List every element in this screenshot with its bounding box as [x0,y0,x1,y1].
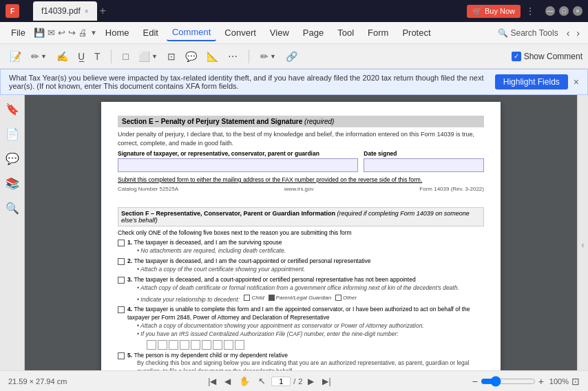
sidebar-bookmark-icon[interactable]: 🔖 [4,101,21,117]
form-ref: Form 14039 (Rev. 3-2022) [419,186,484,192]
bullet-3b: • Indicate your relationship to decedent… [137,293,484,304]
menu-edit[interactable]: Edit [138,25,164,41]
title-bar-right: 🛒 Buy Now ⋮ — □ × [467,5,582,18]
menu-tool[interactable]: Tool [332,25,359,41]
check-text-1: 1. The taxpayer is deceased, and I am th… [127,239,484,255]
buy-now-button[interactable]: 🛒 Buy Now [467,5,521,18]
caf-1[interactable] [147,340,156,350]
link-btn[interactable]: 🔗 [282,48,302,65]
sidebar-comment-icon[interactable]: 💬 [4,150,21,167]
info-bar-close-button[interactable]: × [574,76,579,87]
child-option[interactable]: Child [244,294,264,302]
rectangle-btn[interactable]: □ [118,48,132,65]
text-btn[interactable]: T [90,48,105,65]
more-tools-btn[interactable]: ⋯ [224,48,242,65]
other-option-3[interactable]: Other [335,294,357,302]
caf-2[interactable] [158,340,167,350]
prev-page-btn[interactable]: ◀ [222,375,233,388]
main-area: 🔖 📄 💬 📚 🔍 › Section E – Penalty of Perju… [0,95,588,391]
save-icon[interactable]: 💾 [34,28,45,38]
cart-icon: 🛒 [472,7,482,16]
child-checkbox[interactable] [244,295,250,301]
sidebar-layers-icon[interactable]: 📚 [4,175,21,191]
checkbox-3[interactable] [118,277,125,284]
dropdown-arrow3: ▼ [270,53,276,60]
email-icon[interactable]: ✉ [48,28,55,38]
first-page-btn[interactable]: |◀ [205,375,219,388]
dropdown-icon[interactable]: ▼ [90,29,97,36]
caf-9[interactable] [235,340,244,350]
right-expand-btn[interactable]: ‹ [582,240,585,250]
checkbox-1[interactable] [118,240,125,246]
menu-view[interactable]: View [264,25,295,41]
caf-8[interactable] [224,340,233,350]
menu-protect[interactable]: Protect [397,25,436,41]
fit-page-btn[interactable]: ⊡ [571,376,580,387]
caf-6[interactable] [202,340,211,350]
check-text-2: 2. The taxpayer is deceased, and I am th… [127,257,484,274]
checkbox-2[interactable] [118,258,125,265]
bullet-4a: • Attach a copy of documentation showing… [137,322,484,330]
signature-field-container: Signature of taxpayer, or representative… [118,150,358,172]
zoom-in-btn[interactable]: + [538,376,544,387]
separator-2 [249,50,249,63]
highlight-fields-button[interactable]: Highlight Fields [495,74,568,89]
signature-btn[interactable]: ✍ [52,48,72,65]
show-comment-button[interactable]: ✓ Show Comment [512,52,582,61]
last-page-btn[interactable]: ▶| [319,375,333,388]
close-button[interactable]: × [573,6,582,16]
measure-btn[interactable]: 📐 [202,48,222,65]
zoom-out-btn[interactable]: − [472,376,477,387]
highlight-btn[interactable]: ✏▼ [27,48,51,65]
page-number-input[interactable] [271,377,291,386]
dropdown-arrow: ▼ [41,53,47,60]
print-icon[interactable]: 🖨 [78,28,87,38]
menu-home[interactable]: Home [100,25,135,41]
tab-close-btn[interactable]: × [85,8,89,15]
undo-icon[interactable]: ↩ [58,28,65,38]
signature-field[interactable] [118,158,358,172]
back-button[interactable]: ‹ [564,26,573,40]
new-tab-btn[interactable]: + [100,5,106,17]
caf-7[interactable] [213,340,222,350]
checkbox-5[interactable] [118,352,125,359]
bullet-3a: • Attach copy of death certificate or fo… [137,284,484,293]
caf-3[interactable] [169,340,178,350]
minimize-button[interactable]: — [545,6,555,16]
parent-checkbox-3[interactable] [269,295,275,301]
spacer [118,192,484,202]
sidebar-search-icon[interactable]: 🔍 [4,200,21,216]
menu-form[interactable]: Form [362,25,394,41]
maximize-button[interactable]: □ [559,6,569,16]
edit-btn[interactable]: ✏▼ [256,48,280,65]
caf-4[interactable] [180,340,189,350]
tab-filename: f14039.pdf [41,6,81,16]
pdf-tab[interactable]: f14039.pdf × [33,1,97,21]
underline-btn[interactable]: U̲ [74,48,89,65]
menu-convert[interactable]: Convert [219,25,262,41]
text-icon: T [94,51,101,62]
redo-icon[interactable]: ↪ [68,28,76,38]
dropdown-arrow2: ▼ [151,53,158,60]
stamp-btn[interactable]: ⬜▼ [134,48,162,65]
checkbox-4[interactable] [118,306,125,313]
callout-btn[interactable]: 💬 [181,48,201,65]
sidebar-thumbnail-icon[interactable]: 📄 [4,125,21,142]
select-tool-icon[interactable]: ↖ [258,376,266,386]
textbox-btn[interactable]: ⊡ [163,48,180,65]
hand-tool-icon[interactable]: ✋ [239,376,250,386]
menu-comment[interactable]: Comment [167,24,216,41]
zoom-slider[interactable] [481,376,536,387]
menu-page[interactable]: Page [297,25,329,41]
caf-5[interactable] [191,340,200,350]
forward-button[interactable]: › [574,26,582,40]
stamp-icon: ⬜ [138,51,150,62]
next-page-btn[interactable]: ▶ [305,375,317,388]
sticky-note-btn[interactable]: 📝 [6,48,25,65]
menu-file[interactable]: File [6,25,31,41]
more-options-icon[interactable]: ⋮ [526,6,534,16]
date-field[interactable] [364,158,484,172]
parent-option-3[interactable]: Parent/Legal Guardian [269,294,332,302]
pdf-content[interactable]: Section E – Penalty of Perjury Statement… [25,95,577,391]
other-checkbox-3[interactable] [335,295,342,301]
